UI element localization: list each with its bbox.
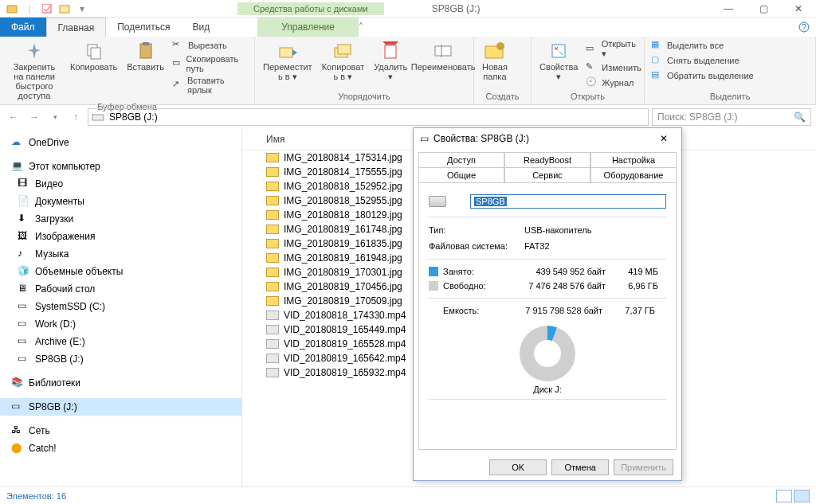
tree-pictures[interactable]: 🖼Изображения [0, 228, 241, 245]
svg-rect-7 [140, 44, 151, 58]
tab-share[interactable]: Поделиться [106, 18, 181, 37]
ribbon-group-clipboard: Закрепить на панели быстрого доступа Коп… [0, 37, 255, 104]
svg-text:?: ? [802, 23, 806, 32]
tree-documents[interactable]: 📄Документы [0, 193, 241, 210]
close-button[interactable]: ✕ [781, 0, 816, 18]
dialog-titlebar[interactable]: ▭ Свойства: SP8GB (J:) ✕ [414, 128, 681, 149]
ribbon-group-label: Открыть [536, 92, 639, 103]
tree-desktop[interactable]: 🖥Рабочий стол [0, 280, 241, 298]
history-button[interactable]: 🕘Журнал [584, 76, 643, 90]
tree-catch[interactable]: ⬤Catch! [0, 440, 241, 457]
open-icon: ▭ [586, 43, 598, 56]
tree-archive[interactable]: ▭Archive (E:) [0, 333, 241, 350]
search-box[interactable]: Поиск: SP8GB (J:) 🔍 [652, 108, 811, 126]
desktop-icon: 🖥 [18, 283, 30, 295]
copy-button[interactable]: Копировать [67, 38, 120, 102]
tree-3dobjects[interactable]: 🧊Объемные объекты [0, 263, 241, 280]
tab-hardware[interactable]: Оборудование [590, 167, 677, 182]
rename-button[interactable]: Переименовать [414, 38, 473, 92]
recent-locations-icon[interactable]: ▾ [46, 108, 64, 126]
file-name: IMG_20180814_175555.jpg [284, 166, 402, 178]
edit-icon: ✎ [586, 61, 598, 74]
file-name: IMG_20180819_161835.jpg [284, 238, 402, 249]
details-view-icon[interactable] [776, 490, 792, 502]
back-button[interactable]: ← [5, 108, 22, 126]
network-icon: 🖧 [11, 424, 24, 437]
pic-icon: 🖼 [18, 230, 30, 243]
tree-sp8gb[interactable]: ▭SP8GB (J:) [0, 350, 241, 368]
help-icon[interactable]: ? [798, 18, 810, 37]
tab-service[interactable]: Сервис [504, 167, 590, 182]
ribbon-group-label: Выделить [649, 92, 810, 103]
tab-home[interactable]: Главная [46, 18, 107, 37]
paste-button[interactable]: Вставить [124, 38, 167, 102]
svg-rect-8 [143, 42, 149, 45]
content-area: ☁OneDrive 💻Этот компьютер 🎞Видео 📄Докуме… [0, 129, 816, 495]
file-name: VID_20180819_165449.mp4 [284, 324, 406, 335]
maximize-button[interactable]: ▢ [746, 0, 781, 18]
volume-name-input[interactable]: SP8GB [470, 194, 666, 209]
open-button[interactable]: ▭Открыть ▾ [584, 38, 643, 60]
edit-button[interactable]: ✎Изменить [584, 61, 643, 75]
used-human: 419 МБ [610, 267, 658, 276]
delete-button[interactable]: Удалить ▾ [371, 38, 410, 92]
newfolder-button[interactable]: Новая папка [479, 38, 511, 92]
tab-custom[interactable]: Настройка [590, 152, 677, 167]
cap-human: 7,37 ГБ [607, 306, 655, 315]
copyto-button[interactable]: Копироват ь в ▾ [319, 38, 368, 92]
pin-quickaccess-button[interactable]: Закрепить на панели быстрого доступа [5, 38, 64, 102]
tree-videos[interactable]: 🎞Видео [0, 175, 241, 193]
ok-button[interactable]: OK [489, 459, 547, 475]
invert-button[interactable]: ▤Обратить выделение [649, 68, 755, 83]
tab-readyboost[interactable]: ReadyBoost [504, 152, 590, 167]
qat-dropdown-icon[interactable]: ▾ [76, 3, 88, 14]
copy-icon [83, 40, 105, 62]
selectnone-button[interactable]: ▢Снять выделение [649, 53, 755, 68]
cut-button[interactable]: ✂Вырезать [171, 38, 249, 53]
used-label: Занято: [443, 267, 497, 276]
tab-view[interactable]: Вид [181, 18, 221, 37]
file-name: IMG_20180819_161948.jpg [284, 252, 402, 264]
tree-libraries[interactable]: 📚Библиотеки [0, 374, 241, 392]
up-button[interactable]: ↑ [67, 108, 84, 126]
svg-rect-2 [60, 6, 69, 13]
tree-onedrive[interactable]: ☁OneDrive [0, 134, 241, 151]
copypath-button[interactable]: ▭Скопировать путь [171, 53, 249, 74]
tree-work[interactable]: ▭Work (D:) [0, 315, 241, 333]
ribbon-collapse-icon[interactable]: ˄ [359, 21, 363, 33]
selectall-button[interactable]: ▦Выделить все [649, 38, 755, 53]
dialog-close-button[interactable]: ✕ [653, 133, 675, 144]
paste-shortcut-button[interactable]: ↗Вставить ярлык [171, 75, 249, 96]
selectall-icon: ▦ [651, 39, 664, 52]
delete-icon [379, 40, 402, 62]
tab-manage[interactable]: Управление [257, 18, 359, 37]
moveto-button[interactable]: Переместит ь в ▾ [260, 38, 316, 92]
address-bar[interactable]: SP8GB (J:) [88, 108, 649, 126]
svg-rect-12 [385, 45, 396, 58]
disk-name: Диск J: [429, 385, 666, 394]
checkbox-qat-icon[interactable] [41, 3, 53, 14]
tree-music[interactable]: ♪Музыка [0, 245, 241, 263]
svg-rect-17 [552, 45, 565, 57]
tree-downloads[interactable]: ⬇Загрузки [0, 210, 241, 228]
image-file-icon [266, 282, 279, 291]
apply-button[interactable]: Применить [614, 459, 673, 475]
statusbar: Элементов: 16 [0, 486, 816, 504]
fs-value: FAT32 [524, 241, 550, 251]
folder-qat-icon[interactable] [59, 3, 70, 14]
tree-sp8gb-selected[interactable]: ▭SP8GB (J:) [0, 398, 241, 416]
tab-access[interactable]: Доступ [418, 152, 504, 167]
properties-button[interactable]: Свойства ▾ [536, 38, 581, 92]
window-controls: — ▢ ✕ [711, 0, 816, 18]
minimize-button[interactable]: — [711, 0, 746, 18]
tree-thispc[interactable]: 💻Этот компьютер [0, 158, 241, 175]
icons-view-icon[interactable] [794, 490, 810, 502]
tab-general[interactable]: Общие [418, 167, 504, 182]
properties-icon [547, 40, 570, 62]
tree-ssd[interactable]: ▭SystemSSD (C:) [0, 298, 241, 315]
cancel-button[interactable]: Отмена [551, 459, 609, 475]
tree-network[interactable]: 🖧Сеть [0, 422, 241, 440]
svg-rect-6 [91, 48, 100, 59]
forward-button[interactable]: → [26, 108, 43, 126]
tab-file[interactable]: Файл [0, 18, 46, 37]
